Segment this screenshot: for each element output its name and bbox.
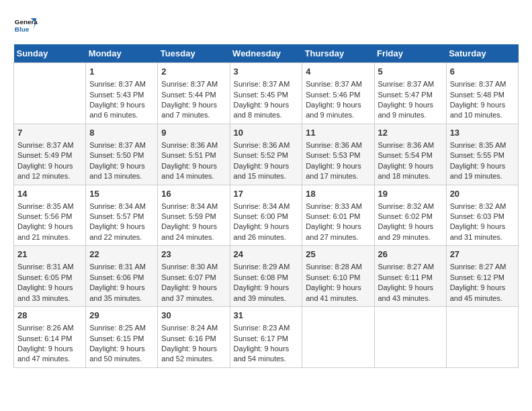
sunset: Sunset: 5:47 PM (378, 91, 433, 99)
daylight: Daylight: 9 hours and 17 minutes. (306, 162, 361, 180)
sunset: Sunset: 5:59 PM (161, 212, 216, 220)
sunrise: Sunrise: 8:34 AM (161, 202, 218, 210)
calendar-cell: 22 Sunrise: 8:31 AM Sunset: 6:06 PM Dayl… (86, 246, 158, 307)
sunset: Sunset: 5:54 PM (378, 151, 433, 159)
sunrise: Sunrise: 8:32 AM (450, 202, 506, 210)
sunset: Sunset: 5:56 PM (17, 212, 72, 220)
day-number: 9 (161, 127, 226, 139)
daylight: Daylight: 9 hours and 45 minutes. (450, 283, 506, 302)
day-number: 2 (161, 66, 226, 78)
sunset: Sunset: 5:46 PM (306, 91, 360, 99)
calendar-cell: 17 Sunrise: 8:34 AM Sunset: 6:00 PM Dayl… (230, 185, 302, 246)
col-header-sunday: Sunday (14, 44, 86, 63)
day-number: 24 (234, 248, 299, 261)
calendar-cell: 8 Sunrise: 8:37 AM Sunset: 5:50 PM Dayli… (86, 124, 158, 185)
day-number: 23 (161, 248, 226, 261)
calendar-cell: 21 Sunrise: 8:31 AM Sunset: 6:05 PM Dayl… (14, 246, 86, 307)
sunset: Sunset: 6:06 PM (89, 273, 144, 281)
daylight: Daylight: 9 hours and 52 minutes. (161, 345, 217, 363)
sunset: Sunset: 5:43 PM (89, 91, 144, 99)
sunset: Sunset: 6:14 PM (17, 334, 72, 342)
day-number: 15 (89, 188, 154, 200)
week-row-3: 14 Sunrise: 8:35 AM Sunset: 5:56 PM Dayl… (14, 185, 519, 246)
daylight: Daylight: 9 hours and 47 minutes. (17, 345, 73, 363)
daylight: Daylight: 9 hours and 10 minutes. (450, 101, 506, 119)
col-header-thursday: Thursday (302, 44, 374, 63)
svg-text:Blue: Blue (15, 26, 30, 33)
day-number: 30 (161, 310, 226, 322)
sunrise: Sunrise: 8:29 AM (234, 263, 290, 271)
sunrise: Sunrise: 8:37 AM (161, 80, 218, 88)
sunrise: Sunrise: 8:27 AM (450, 263, 506, 271)
calendar-cell: 23 Sunrise: 8:30 AM Sunset: 6:07 PM Dayl… (158, 246, 230, 307)
sunrise: Sunrise: 8:35 AM (17, 202, 74, 210)
sunrise: Sunrise: 8:37 AM (17, 141, 74, 149)
sunrise: Sunrise: 8:32 AM (378, 202, 435, 210)
day-number: 26 (378, 248, 443, 261)
daylight: Daylight: 9 hours and 18 minutes. (378, 162, 434, 180)
sunrise: Sunrise: 8:37 AM (89, 80, 146, 88)
day-number: 27 (450, 248, 515, 261)
day-number: 3 (234, 66, 299, 78)
day-number: 18 (306, 188, 370, 200)
sunrise: Sunrise: 8:36 AM (306, 141, 362, 149)
day-number: 1 (89, 66, 154, 78)
daylight: Daylight: 9 hours and 9 minutes. (378, 101, 434, 119)
calendar-cell: 9 Sunrise: 8:36 AM Sunset: 5:51 PM Dayli… (158, 124, 230, 185)
calendar-cell: 25 Sunrise: 8:28 AM Sunset: 6:10 PM Dayl… (302, 246, 374, 307)
sunrise: Sunrise: 8:36 AM (234, 141, 290, 149)
daylight: Daylight: 9 hours and 43 minutes. (378, 283, 434, 302)
col-header-wednesday: Wednesday (230, 44, 302, 63)
sunset: Sunset: 5:57 PM (89, 212, 144, 220)
sunrise: Sunrise: 8:35 AM (450, 141, 506, 149)
calendar-cell: 26 Sunrise: 8:27 AM Sunset: 6:11 PM Dayl… (374, 246, 446, 307)
sunrise: Sunrise: 8:37 AM (450, 80, 506, 88)
sunset: Sunset: 5:55 PM (450, 151, 504, 159)
day-number: 14 (17, 188, 82, 200)
calendar-cell: 3 Sunrise: 8:37 AM Sunset: 5:45 PM Dayli… (230, 63, 302, 124)
daylight: Daylight: 9 hours and 33 minutes. (17, 283, 73, 302)
daylight: Daylight: 9 hours and 31 minutes. (450, 222, 506, 240)
calendar-cell: 16 Sunrise: 8:34 AM Sunset: 5:59 PM Dayl… (158, 185, 230, 246)
calendar-cell: 10 Sunrise: 8:36 AM Sunset: 5:52 PM Dayl… (230, 124, 302, 185)
sunset: Sunset: 6:12 PM (450, 273, 504, 281)
sunrise: Sunrise: 8:37 AM (378, 80, 435, 88)
sunrise: Sunrise: 8:37 AM (306, 80, 362, 88)
daylight: Daylight: 9 hours and 9 minutes. (306, 101, 361, 119)
day-number: 13 (450, 127, 515, 139)
daylight: Daylight: 9 hours and 24 minutes. (161, 222, 217, 240)
day-number: 20 (450, 188, 515, 200)
sunrise: Sunrise: 8:30 AM (161, 263, 218, 271)
sunset: Sunset: 5:44 PM (161, 91, 216, 99)
day-number: 17 (234, 188, 299, 200)
day-number: 28 (17, 310, 82, 322)
calendar-cell: 18 Sunrise: 8:33 AM Sunset: 6:01 PM Dayl… (302, 185, 374, 246)
sunset: Sunset: 6:00 PM (234, 212, 288, 220)
daylight: Daylight: 9 hours and 7 minutes. (161, 101, 217, 119)
daylight: Daylight: 9 hours and 12 minutes. (17, 162, 73, 180)
calendar-cell (14, 63, 86, 124)
sunrise: Sunrise: 8:31 AM (17, 263, 74, 271)
day-number: 12 (378, 127, 443, 139)
day-number: 31 (234, 310, 299, 322)
daylight: Daylight: 9 hours and 13 minutes. (89, 162, 145, 180)
day-number: 10 (234, 127, 299, 139)
day-number: 22 (89, 248, 154, 261)
daylight: Daylight: 9 hours and 39 minutes. (234, 283, 290, 302)
calendar-cell: 19 Sunrise: 8:32 AM Sunset: 6:02 PM Dayl… (374, 185, 446, 246)
day-number: 19 (378, 188, 443, 200)
week-row-1: 1 Sunrise: 8:37 AM Sunset: 5:43 PM Dayli… (14, 63, 519, 124)
daylight: Daylight: 9 hours and 21 minutes. (17, 222, 73, 240)
col-header-friday: Friday (374, 44, 446, 63)
sunset: Sunset: 6:10 PM (306, 273, 360, 281)
daylight: Daylight: 9 hours and 22 minutes. (89, 222, 145, 240)
sunrise: Sunrise: 8:34 AM (234, 202, 290, 210)
sunset: Sunset: 5:51 PM (161, 151, 216, 159)
daylight: Daylight: 9 hours and 6 minutes. (89, 101, 145, 119)
sunrise: Sunrise: 8:36 AM (378, 141, 435, 149)
calendar-cell: 29 Sunrise: 8:25 AM Sunset: 6:15 PM Dayl… (86, 307, 158, 368)
daylight: Daylight: 9 hours and 14 minutes. (161, 162, 217, 180)
logo-icon: General Blue (13, 13, 38, 38)
calendar-cell: 5 Sunrise: 8:37 AM Sunset: 5:47 PM Dayli… (374, 63, 446, 124)
calendar-table: SundayMondayTuesdayWednesdayThursdayFrid… (13, 44, 519, 368)
